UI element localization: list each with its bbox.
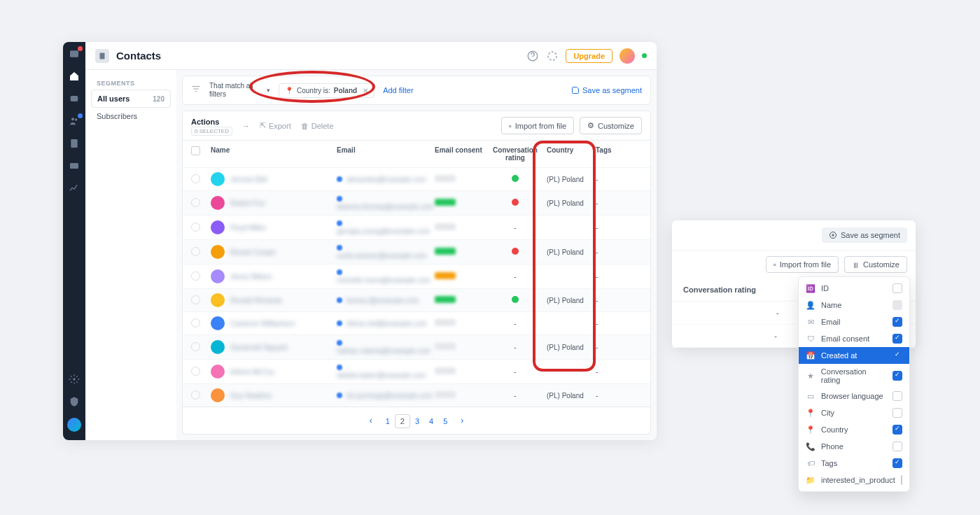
- customize-button-alt[interactable]: ⫼ Customize: [844, 256, 907, 273]
- dropdown-item-conversation-rating[interactable]: ★Conversation rating: [799, 364, 909, 388]
- import-button[interactable]: ▫ Import from file: [501, 117, 574, 134]
- dropdown-item-browser-language[interactable]: ▭Browser language: [799, 388, 909, 404]
- table-row[interactable]: Jenny Wilson michelle.rivera@example.com…: [183, 264, 650, 288]
- page-1[interactable]: 1: [381, 415, 395, 428]
- row-checkbox[interactable]: [191, 247, 200, 256]
- dropdown-item-created-at[interactable]: 📅Created at: [799, 347, 909, 364]
- row-checkbox[interactable]: [191, 295, 200, 304]
- column-toggle-checkbox[interactable]: [892, 408, 902, 418]
- rail-people[interactable]: [68, 115, 80, 127]
- segment-all-users[interactable]: All users 120: [91, 90, 171, 108]
- table-row[interactable]: Arlene McCoy debbie.baker@example.com - …: [183, 359, 650, 383]
- segments-heading: SEGMENTS: [91, 77, 171, 90]
- add-filter-button[interactable]: Add filter: [383, 86, 413, 94]
- chevron-down-icon[interactable]: ▾: [267, 87, 270, 94]
- content-area: That match all filters ▾ 📍 Country is: P…: [176, 70, 657, 440]
- rail-settings[interactable]: [68, 373, 80, 386]
- brand-logo: [67, 418, 81, 432]
- rail-inbox[interactable]: [68, 48, 80, 60]
- page-5[interactable]: 5: [438, 415, 452, 428]
- dropdown-item-email-consent[interactable]: 🛡Email consent: [799, 330, 909, 347]
- row-checkbox[interactable]: [191, 271, 200, 281]
- row-checkbox[interactable]: [191, 198, 200, 207]
- col-name[interactable]: Name: [211, 146, 337, 162]
- filter-chip-country[interactable]: 📍 Country is: Poland ✕: [279, 83, 374, 98]
- help-icon[interactable]: [526, 50, 539, 62]
- row-checkbox[interactable]: [191, 390, 200, 400]
- tags-cell: -: [596, 344, 631, 351]
- column-toggle-checkbox[interactable]: [892, 300, 902, 310]
- page-title: Contacts: [116, 50, 161, 62]
- rail-contacts[interactable]: [68, 137, 80, 150]
- save-segment-button[interactable]: Save as segment: [571, 86, 642, 94]
- rail-home[interactable]: [68, 70, 80, 83]
- col-email[interactable]: Email: [337, 146, 435, 162]
- page-4[interactable]: 4: [424, 415, 438, 428]
- column-toggle-checkbox[interactable]: [892, 425, 902, 435]
- customize-button[interactable]: ⚙ Customize: [580, 117, 642, 134]
- column-toggle-checkbox[interactable]: [892, 317, 902, 327]
- prev-page-button[interactable]: ‹: [367, 416, 375, 425]
- customize-panel: Save as segment ▫ Import from file ⫼ Cus…: [672, 220, 916, 348]
- close-icon[interactable]: ✕: [363, 87, 368, 94]
- rating-dot: [512, 199, 519, 206]
- tags-cell: -: [596, 392, 631, 400]
- delete-button[interactable]: 🗑 Delete: [301, 122, 334, 130]
- dropdown-item-tags[interactable]: 🏷Tags: [799, 455, 909, 472]
- import-button-alt[interactable]: ▫ Import from file: [766, 256, 839, 273]
- refresh-icon[interactable]: [546, 50, 559, 62]
- table-row[interactable]: Jerome Bell alexandra@example.com (PL) P…: [183, 167, 650, 190]
- row-checkbox[interactable]: [191, 223, 200, 232]
- column-toggle-checkbox[interactable]: [892, 334, 902, 344]
- export-button[interactable]: ⇱ Export: [260, 121, 291, 130]
- dropdown-item-interested_in_product[interactable]: 📁interested_in_product: [799, 472, 909, 488]
- dropdown-item-city[interactable]: 📍City: [799, 404, 909, 421]
- rail-card[interactable]: [68, 160, 80, 172]
- save-segment-button-alt[interactable]: Save as segment: [822, 227, 907, 243]
- column-toggle-checkbox[interactable]: [892, 351, 902, 360]
- rail-bot[interactable]: [68, 92, 80, 105]
- column-toggle-checkbox[interactable]: [892, 283, 902, 293]
- table-row[interactable]: Ronald Richards teresa.t@example.com (PL…: [183, 288, 650, 311]
- next-page-button[interactable]: ›: [458, 416, 466, 425]
- table-row[interactable]: Robert Fox deanna.thomas@example.com (PL…: [183, 190, 650, 215]
- page-3[interactable]: 3: [410, 415, 424, 428]
- dropdown-item-email[interactable]: ✉Email: [799, 313, 909, 330]
- star-icon: ★: [806, 372, 816, 381]
- contacts-table: Name Email Email consent Conversation ra…: [182, 141, 651, 407]
- forward-action[interactable]: →: [242, 122, 250, 130]
- row-checkbox[interactable]: [191, 342, 200, 351]
- dropdown-item-phone[interactable]: 📞Phone: [799, 438, 909, 455]
- segment-subscribers[interactable]: Subscribers: [91, 108, 171, 125]
- row-checkbox[interactable]: [191, 174, 200, 183]
- col-tags[interactable]: Tags: [596, 146, 631, 162]
- column-toggle-checkbox[interactable]: [892, 391, 902, 401]
- page-2[interactable]: 2: [395, 414, 410, 428]
- col-consent[interactable]: Email consent: [435, 146, 484, 162]
- column-toggle-checkbox[interactable]: [892, 442, 902, 451]
- filter-match-label[interactable]: That match all filters: [209, 82, 258, 99]
- table-row[interactable]: Guy Hawkins tim.jennings@example.com - (…: [183, 383, 650, 407]
- dropdown-item-id[interactable]: 🆔ID: [799, 280, 909, 297]
- row-checkbox[interactable]: [191, 367, 200, 376]
- contact-name: Arlene McCoy: [230, 368, 274, 376]
- table-row[interactable]: Bessie Cooper curtis.weaver@example.com …: [183, 239, 650, 264]
- col-country[interactable]: Country: [547, 146, 596, 162]
- user-avatar[interactable]: [620, 48, 635, 64]
- table-row[interactable]: Floyd Miles georgia.young@example.com - …: [183, 215, 650, 239]
- contact-name: Robert Fox: [230, 199, 265, 207]
- upgrade-button[interactable]: Upgrade: [566, 49, 612, 63]
- contact-name: Savannah Nguyen: [230, 344, 288, 351]
- table-row[interactable]: Cameron Williamson felicia.reid@example.…: [183, 311, 650, 334]
- column-toggle-checkbox[interactable]: [892, 371, 902, 381]
- table-row[interactable]: Savannah Nguyen nathan.roberts@example.c…: [183, 334, 650, 359]
- dropdown-item-name[interactable]: 👤Name: [799, 297, 909, 313]
- rail-analytics[interactable]: [68, 182, 80, 195]
- column-toggle-checkbox[interactable]: [892, 458, 902, 468]
- row-checkbox[interactable]: [191, 318, 200, 327]
- rail-help[interactable]: [68, 395, 80, 408]
- dropdown-item-country[interactable]: 📍Country: [799, 421, 909, 438]
- col-rating[interactable]: Conversation rating: [484, 146, 547, 162]
- select-all-checkbox[interactable]: [191, 146, 200, 155]
- column-toggle-checkbox[interactable]: [901, 475, 902, 485]
